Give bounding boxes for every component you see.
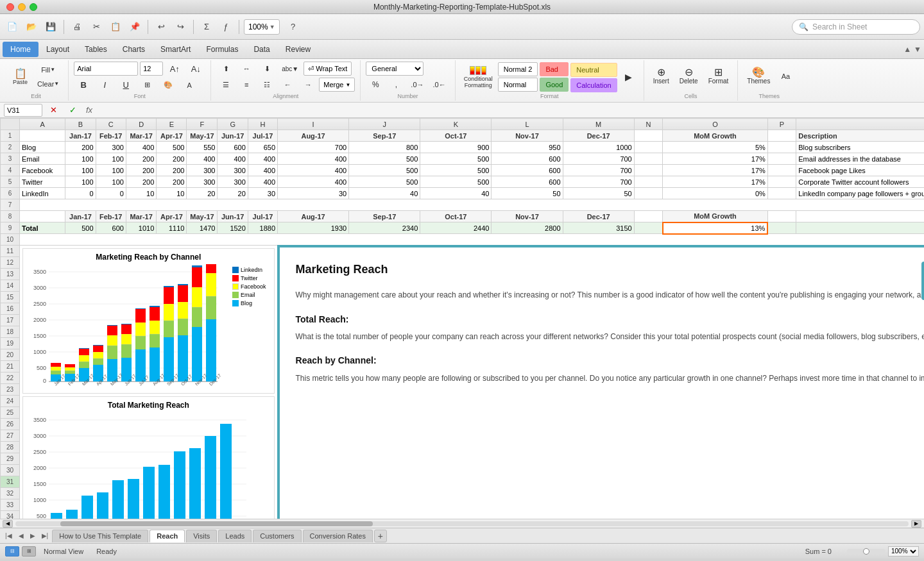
tab-visits[interactable]: Visits [186, 530, 217, 542]
font-name-input[interactable] [74, 62, 138, 76]
cell-a5[interactable]: Twitter [20, 176, 65, 188]
cell-j2[interactable]: 800 [349, 142, 420, 153]
cell-a2[interactable]: Blog [20, 142, 65, 153]
cell-o1[interactable]: MoM Growth [663, 130, 768, 142]
tab-nav-first[interactable]: |◀ [3, 532, 15, 539]
cell-j3[interactable]: 500 [349, 153, 420, 165]
align-right-btn[interactable]: ☷ [257, 78, 277, 92]
zoom-level-select[interactable]: 100% [888, 546, 919, 557]
cell-j6[interactable]: 40 [349, 188, 420, 199]
menu-charts[interactable]: Charts [115, 42, 153, 57]
merge-button[interactable]: Merge ▼ [319, 78, 355, 92]
cell-o5[interactable]: 17% [663, 176, 768, 188]
font-size-input[interactable] [140, 62, 163, 76]
cell-g8[interactable]: Jun-17 [218, 211, 248, 222]
cell-g9[interactable]: 1520 [218, 222, 248, 234]
cell-k3[interactable]: 500 [420, 153, 492, 165]
cell-l6[interactable]: 50 [492, 188, 563, 199]
cell-c6[interactable]: 0 [96, 188, 126, 199]
align-center-btn[interactable]: ≡ [237, 78, 256, 91]
normal2-badge[interactable]: Normal 2 [498, 62, 538, 76]
zoom-slider-track[interactable] [847, 549, 886, 554]
cell-a3[interactable]: Email [20, 153, 65, 165]
cell-n5[interactable] [634, 176, 662, 188]
undo-btn[interactable]: ↩ [153, 19, 169, 35]
italic-button[interactable]: I [95, 78, 114, 92]
h-scrollbar-thumb[interactable] [60, 521, 373, 526]
cell-l9[interactable]: 2800 [492, 222, 563, 234]
number-format-dropdown[interactable]: General [366, 62, 424, 76]
cell-g4[interactable]: 300 [218, 165, 248, 176]
maximize-button[interactable] [30, 3, 37, 11]
tab-conversion-rates[interactable]: Conversion Rates [303, 530, 373, 542]
func-btn[interactable]: ƒ [218, 19, 234, 35]
comma-btn[interactable]: , [386, 78, 406, 92]
cell-j8[interactable]: Sep-17 [349, 211, 420, 222]
cell-o9[interactable]: 13% [663, 222, 768, 234]
scroll-right-btn[interactable]: ▶ [911, 520, 921, 528]
cell-h6[interactable]: 30 [248, 188, 277, 199]
cell-f1[interactable]: May-17 [187, 130, 218, 142]
borders-btn[interactable]: ⊞ [137, 78, 157, 92]
formula-cancel-btn[interactable]: ✕ [45, 102, 62, 119]
cell-f5[interactable]: 300 [187, 176, 218, 188]
fill-button[interactable]: Fill ▼ [33, 63, 63, 76]
scroll-left-btn[interactable]: ◀ [3, 520, 13, 528]
cell-i6[interactable]: 30 [278, 188, 349, 199]
align-bottom-btn[interactable]: ⬇ [257, 62, 277, 76]
delete-button[interactable]: ⊖ Delete [676, 65, 702, 87]
cell-q4[interactable]: Facebook page Likes [796, 165, 924, 176]
dec-dec-btn[interactable]: .0← [429, 78, 450, 91]
paste-btn2[interactable]: 📌 [126, 19, 143, 35]
cell-a9[interactable]: Total [20, 222, 65, 234]
cell-l4[interactable]: 600 [492, 165, 563, 176]
tab-nav-next[interactable]: ▶ [28, 532, 38, 539]
cell-g1[interactable]: Jun-17 [218, 130, 248, 142]
cell-h8[interactable]: Jul-17 [248, 211, 277, 222]
dec-inc-btn[interactable]: .0→ [407, 78, 427, 91]
cell-c9[interactable]: 600 [96, 222, 126, 234]
cell-q3[interactable]: Email addresses in the database [796, 153, 924, 165]
cell-o6[interactable]: 0% [663, 188, 768, 199]
cell-b2[interactable]: 200 [65, 142, 96, 153]
cell-p9[interactable] [767, 222, 796, 234]
cell-k5[interactable]: 500 [420, 176, 492, 188]
cell-b1[interactable]: Jan-17 [65, 130, 96, 142]
tab-nav-prev[interactable]: ◀ [16, 532, 26, 539]
cell-p1[interactable] [767, 130, 796, 142]
cell-d6[interactable]: 10 [126, 188, 156, 199]
cell-j4[interactable]: 500 [349, 165, 420, 176]
cell-b6[interactable]: 0 [65, 188, 96, 199]
cell-f9[interactable]: 1470 [187, 222, 218, 234]
cell-p8[interactable] [767, 211, 796, 222]
indent-inc-btn[interactable]: → [298, 78, 318, 91]
fontcolor-btn[interactable]: A [180, 79, 199, 92]
cell-k4[interactable]: 500 [420, 165, 492, 176]
page-layout-btn[interactable]: ⊞ [22, 546, 36, 557]
cell-d9[interactable]: 1010 [126, 222, 156, 234]
cell-d4[interactable]: 200 [126, 165, 156, 176]
cell-l3[interactable]: 600 [492, 153, 563, 165]
paste-button[interactable]: 📋 Paste [9, 66, 31, 88]
cell-h4[interactable]: 400 [248, 165, 277, 176]
cell-e1[interactable]: Apr-17 [157, 130, 187, 142]
neutral-badge[interactable]: Neutral [570, 63, 617, 77]
cell-q9[interactable] [796, 222, 924, 234]
cell-l2[interactable]: 950 [492, 142, 563, 153]
wrap-text-button[interactable]: ⏎ Wrap Text [304, 62, 352, 76]
cell-e4[interactable]: 200 [157, 165, 187, 176]
menu-review[interactable]: Review [278, 42, 318, 57]
conditional-format-button[interactable]: Conditional Formatting [461, 64, 496, 90]
help-btn[interactable]: ? [285, 19, 302, 35]
cell-c5[interactable]: 100 [96, 176, 126, 188]
cell-q8[interactable] [796, 211, 924, 222]
font-theme-btn[interactable]: Aa [776, 70, 795, 83]
cell-o8[interactable]: MoM Growth [663, 211, 768, 222]
cell-f2[interactable]: 550 [187, 142, 218, 153]
cell-l1[interactable]: Nov-17 [492, 130, 563, 142]
calculation-badge[interactable]: Calculation [570, 78, 617, 92]
clear-button[interactable]: Clear ▼ [33, 78, 63, 90]
zoom-slider-thumb[interactable] [863, 548, 869, 555]
cell-d3[interactable]: 200 [126, 153, 156, 165]
cell-a8[interactable] [20, 211, 65, 222]
